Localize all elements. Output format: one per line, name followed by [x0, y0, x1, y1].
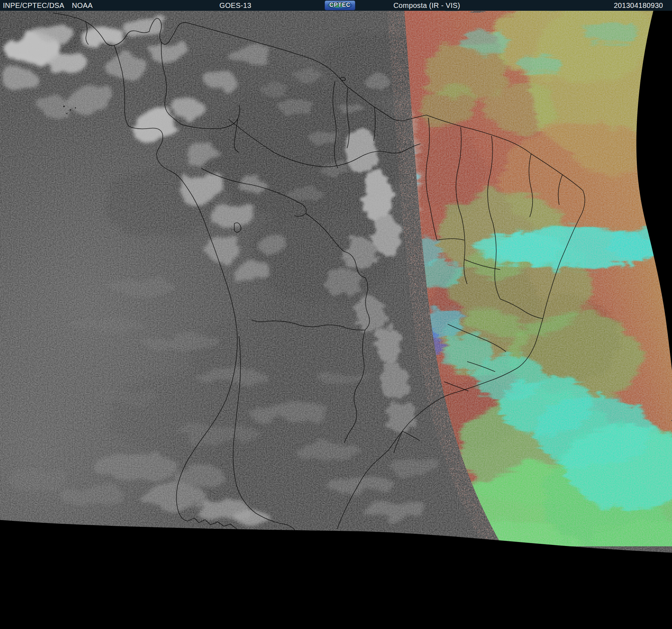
header-bar: INPE/CPTEC/DSA NOAA GOES-13 CPTEC Compos…: [0, 0, 672, 11]
satellite-image-canvas: [0, 0, 672, 629]
cptec-logo: CPTEC: [325, 0, 355, 10]
timestamp-label: 201304180930: [614, 1, 663, 10]
product-label: Composta (IR - VIS): [374, 1, 480, 10]
agency-label: INPE/CPTEC/DSA: [3, 1, 64, 10]
satellite-product-window: INPE/CPTEC/DSA NOAA GOES-13 CPTEC Compos…: [0, 0, 672, 629]
cptec-logo-text: CPTEC: [325, 2, 355, 8]
noaa-label: NOAA: [72, 1, 93, 10]
satellite-label: GOES-13: [201, 1, 270, 10]
satellite-image: [0, 0, 672, 629]
